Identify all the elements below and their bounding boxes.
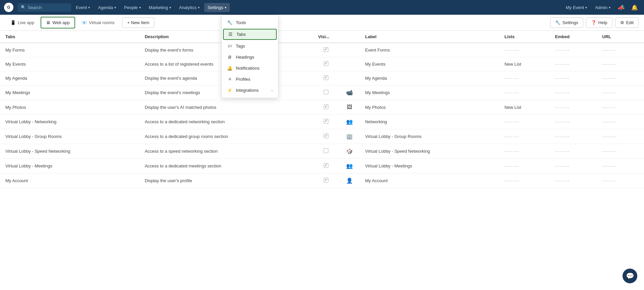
admin-button[interactable]: Admin ▾	[592, 4, 613, 11]
table-row[interactable]: Virtual Lobby - Group Rooms Access to a …	[0, 129, 644, 144]
cell-visible[interactable]	[313, 129, 339, 144]
table-row[interactable]: My Agenda Display the event's agenda My …	[0, 71, 644, 85]
cell-embed: -------	[550, 100, 597, 115]
table-row[interactable]: Virtual Lobby - Meetings Access to a ded…	[0, 159, 644, 173]
dropdown-item-integrations[interactable]: ⚡ Integrations ›	[222, 85, 278, 96]
cell-tab: My Agenda	[0, 71, 139, 85]
dropdown-item-tools[interactable]: 🔧 Tools	[222, 17, 278, 28]
dropdown-item-label: Notifications	[236, 66, 260, 71]
dropdown-item-label: Tags	[236, 44, 245, 49]
cell-visible[interactable]	[313, 173, 339, 188]
cell-tab: Virtual Lobby - Meetings	[0, 159, 139, 173]
cell-label: Virtual Lobby - Group Rooms	[360, 129, 499, 144]
cell-tab: My Forms	[0, 43, 139, 57]
cell-visible[interactable]	[313, 100, 339, 115]
app-logo[interactable]: G	[4, 3, 13, 12]
table-row[interactable]: My Account Display the user's profile 👤 …	[0, 173, 644, 188]
bell-icon[interactable]: 🔔	[629, 3, 640, 12]
nav-item-agenda[interactable]: Agenda ▾	[95, 3, 119, 12]
dropdown-item-headings[interactable]: B Headings	[222, 52, 278, 63]
visibility-checkbox[interactable]	[324, 90, 328, 94]
rooms-icon: 📧	[82, 20, 87, 25]
dropdown-item-tags[interactable]: 🏷 Tags	[222, 41, 278, 52]
cell-url: -------	[597, 129, 644, 144]
visibility-checkbox[interactable]	[324, 163, 328, 168]
cell-visible[interactable]	[313, 159, 339, 173]
cell-embed: -------	[550, 159, 597, 173]
visibility-checkbox[interactable]	[324, 47, 328, 52]
nav-item-settings[interactable]: Settings ▾	[204, 3, 230, 12]
megaphone-icon[interactable]: 📣	[616, 3, 627, 12]
help-button[interactable]: ❓ Help	[586, 17, 612, 28]
cell-visible[interactable]	[313, 43, 339, 57]
cell-description: Access to a dedicated group rooms sectio…	[139, 129, 313, 144]
col-embed: Embed	[550, 31, 597, 43]
cell-embed: -------	[550, 115, 597, 129]
cell-description: Display the user's profile	[139, 173, 313, 188]
nav-item-analytics[interactable]: Analytics ▾	[176, 3, 203, 12]
cell-tab: My Meetings	[0, 85, 139, 100]
cell-visible[interactable]	[313, 57, 339, 71]
visibility-checkbox[interactable]	[324, 178, 328, 183]
cell-visible[interactable]	[313, 85, 339, 100]
cell-embed: -------	[550, 71, 597, 85]
table-row[interactable]: My Meetings Display the event's meetings…	[0, 85, 644, 100]
visibility-checkbox[interactable]	[324, 61, 328, 66]
col-tabs: Tabs	[0, 31, 139, 43]
visibility-checkbox[interactable]	[324, 75, 328, 80]
my-event-button[interactable]: My Event ▾	[563, 4, 590, 11]
cell-tab: Virtual Lobby - Networking	[0, 115, 139, 129]
cell-url: -------	[597, 144, 644, 159]
nav-item-marketing[interactable]: Marketing ▾	[146, 3, 174, 12]
tabs-table: Tabs Description Visi... Label Lists Emb…	[0, 31, 644, 188]
cell-tab: My Account	[0, 173, 139, 188]
nav-item-people[interactable]: People ▾	[121, 3, 144, 12]
col-label: Label	[360, 31, 499, 43]
dropdown-item-label: Headings	[236, 55, 254, 60]
new-item-button[interactable]: + New Item	[122, 17, 154, 28]
visibility-checkbox[interactable]	[324, 104, 328, 109]
visibility-checkbox[interactable]	[324, 119, 328, 124]
cell-label: My Agenda	[360, 71, 499, 85]
table-row[interactable]: My Photos Display the user's AI matched …	[0, 100, 644, 115]
cell-icon: 👥	[339, 159, 360, 173]
chevron-right-icon: ›	[271, 88, 273, 93]
edit-button[interactable]: ⚙ Edit	[615, 17, 639, 28]
cell-embed: -------	[550, 43, 597, 57]
chat-button[interactable]: 💬	[623, 269, 637, 283]
dropdown-item-tabs[interactable]: ☰ Tabs	[223, 29, 277, 40]
visibility-checkbox[interactable]	[324, 134, 328, 138]
wrench-icon: 🔧	[555, 20, 560, 25]
cell-label: My Meetings	[360, 85, 499, 100]
chevron-down-icon: ▾	[225, 6, 226, 9]
nav-item-event[interactable]: Event ▾	[72, 3, 93, 12]
table-row[interactable]: My Events Access to a list of registered…	[0, 57, 644, 71]
cell-tab: Virtual Lobby - Speed Networking	[0, 144, 139, 159]
cell-icon: 🏢	[339, 129, 360, 144]
chevron-down-icon: ▾	[139, 6, 141, 9]
table-row[interactable]: My Forms Display the event's forms Event…	[0, 43, 644, 57]
cell-visible[interactable]	[313, 115, 339, 129]
dropdown-item-notifications[interactable]: 🔔 Notifications	[222, 63, 278, 74]
settings-button[interactable]: 🔧 Settings	[550, 17, 583, 28]
cell-description: Access to a dedicated networking section	[139, 115, 313, 129]
table-row[interactable]: Virtual Lobby - Speed Networking Access …	[0, 144, 644, 159]
table-row[interactable]: Virtual Lobby - Networking Access to a d…	[0, 115, 644, 129]
dropdown-item-profiles[interactable]: ✳ Profiles	[222, 74, 278, 85]
tab-web-app[interactable]: 🖥 Web app	[41, 17, 75, 28]
cell-visible[interactable]	[313, 71, 339, 85]
search-placeholder: Search	[28, 5, 42, 10]
search-bar[interactable]: 🔍 Search	[17, 3, 71, 12]
visibility-checkbox[interactable]	[324, 148, 328, 153]
mobile-icon: 📱	[10, 20, 16, 25]
cell-url: -------	[597, 85, 644, 100]
tab-live-app[interactable]: 📱 Live app	[5, 17, 39, 28]
tab-virtual-rooms[interactable]: 📧 Virtual rooms	[76, 17, 119, 28]
cell-lists: -------	[499, 159, 550, 173]
top-navigation: G 🔍 Search Event ▾ Agenda ▾ People ▾ Mar…	[0, 0, 644, 15]
cell-icon: 📹	[339, 85, 360, 100]
col-url: URL	[597, 31, 644, 43]
cell-tab: My Photos	[0, 100, 139, 115]
col-visibility: Visi...	[313, 31, 339, 43]
cell-visible[interactable]	[313, 144, 339, 159]
